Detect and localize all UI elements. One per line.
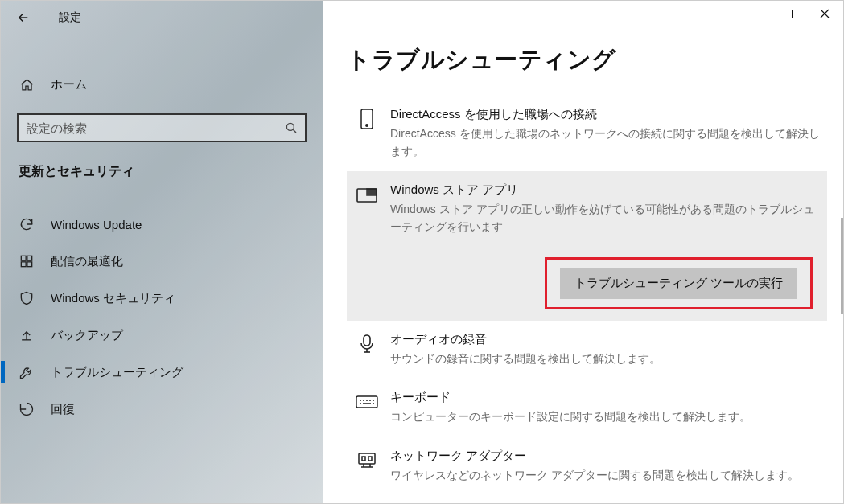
troubleshooter-desc: コンピューターのキーボード設定に関する問題を検出して解決します。 [390, 408, 821, 426]
app-title: 設定 [59, 10, 81, 25]
sidebar-item-label: 配信の最適化 [51, 254, 123, 269]
troubleshooter-title: Windows ストア アプリ [390, 182, 821, 198]
settings-window: 設定 ホーム 更新とセキュリティ [0, 0, 844, 504]
troubleshooter-text: DirectAccess を使用した職場への接続 DirectAccess を使… [390, 107, 821, 160]
sidebar-item-label: トラブルシューティング [51, 365, 183, 380]
run-troubleshooter-button[interactable]: トラブルシューティング ツールの実行 [560, 268, 797, 299]
troubleshooter-desc: ワイヤレスなどのネットワーク アダプターに関する問題を検出して解決します。 [390, 467, 821, 485]
troubleshooter-title: ネットワーク アダプター [390, 449, 821, 464]
troubleshooter-desc: DirectAccess を使用した職場のネットワークへの接続に関する問題を検出… [390, 125, 821, 160]
sidebar-item-windows-update[interactable]: Windows Update [1, 206, 323, 243]
phone-icon [355, 107, 379, 131]
delivery-icon [19, 253, 35, 269]
home-icon [19, 76, 35, 92]
minimize-button[interactable] [732, 1, 769, 27]
svg-point-0 [286, 123, 294, 130]
troubleshooter-desc: Windows ストア アプリの正しい動作を妨げている可能性がある問題のトラブル… [390, 201, 821, 236]
svg-rect-5 [784, 10, 792, 18]
troubleshooter-network-adapter[interactable]: ネットワーク アダプター ワイヤレスなどのネットワーク アダプターに関する問題を… [347, 437, 827, 496]
svg-point-7 [366, 125, 368, 126]
main-content: トラブルシューティング DirectAccess を使用した職場への接続 Dir… [323, 1, 843, 503]
svg-rect-9 [367, 189, 377, 195]
svg-rect-10 [364, 335, 370, 346]
sidebar-item-backup[interactable]: バックアップ [1, 317, 323, 354]
svg-rect-1 [21, 256, 26, 260]
sidebar-item-delivery-optimization[interactable]: 配信の最適化 [1, 243, 323, 280]
sync-icon [19, 216, 35, 232]
network-adapter-icon [355, 449, 379, 473]
arrow-left-icon [16, 10, 31, 25]
content-area: トラブルシューティング DirectAccess を使用した職場への接続 Dir… [323, 1, 843, 496]
close-button[interactable] [806, 1, 843, 27]
troubleshooter-desc: サウンドの録音に関する問題を検出して解決します。 [390, 350, 821, 368]
troubleshooter-text: キーボード コンピューターのキーボード設定に関する問題を検出して解決します。 [390, 390, 821, 426]
search-input[interactable] [27, 121, 284, 135]
troubleshooter-text: Windows ストア アプリ Windows ストア アプリの正しい動作を妨げ… [390, 182, 821, 236]
svg-rect-12 [359, 453, 375, 464]
sidebar-item-windows-security[interactable]: Windows セキュリティ [1, 280, 323, 317]
sidebar-item-label: Windows Update [51, 218, 142, 232]
troubleshooter-title: オーディオの録音 [390, 332, 821, 347]
troubleshooter-directaccess[interactable]: DirectAccess を使用した職場への接続 DirectAccess を使… [347, 96, 827, 171]
run-troubleshooter-highlight: トラブルシューティング ツールの実行 [545, 257, 813, 309]
keyboard-icon [355, 390, 379, 414]
section-header: 更新とセキュリティ [1, 142, 323, 188]
sidebar-nav: Windows Update 配信の最適化 Windows セキュリティ [1, 206, 323, 428]
scrollbar-track[interactable] [840, 33, 843, 498]
svg-rect-2 [27, 256, 32, 260]
sidebar-item-home[interactable]: ホーム [1, 67, 323, 102]
sidebar-item-recovery[interactable]: 回復 [1, 391, 323, 428]
svg-rect-4 [27, 262, 32, 267]
troubleshooter-text: ネットワーク アダプター ワイヤレスなどのネットワーク アダプターに関する問題を… [390, 449, 821, 485]
troubleshooter-title: DirectAccess を使用した職場への接続 [390, 107, 821, 122]
sidebar-item-label: Windows セキュリティ [51, 291, 175, 306]
maximize-icon [784, 10, 793, 18]
troubleshoot-icon [19, 364, 35, 380]
shield-icon [19, 290, 35, 306]
search-container [17, 113, 307, 142]
recovery-icon [19, 401, 35, 417]
troubleshooter-row: Windows ストア アプリ Windows ストア アプリの正しい動作を妨げ… [355, 182, 821, 236]
close-icon [820, 9, 830, 18]
home-label: ホーム [51, 77, 87, 92]
sidebar-item-troubleshoot[interactable]: トラブルシューティング [1, 354, 323, 391]
troubleshooter-title: キーボード [390, 390, 821, 405]
scrollbar-thumb[interactable] [841, 218, 843, 314]
sidebar-item-label: バックアップ [51, 328, 123, 343]
backup-icon [19, 327, 35, 343]
minimize-icon [747, 10, 755, 18]
sidebar: 設定 ホーム 更新とセキュリティ [1, 1, 323, 503]
sidebar-item-label: 回復 [51, 402, 75, 417]
troubleshooter-keyboard[interactable]: キーボード コンピューターのキーボード設定に関する問題を検出して解決します。 [347, 379, 827, 437]
titlebar: 設定 [1, 1, 323, 35]
mic-icon [355, 332, 379, 356]
svg-rect-11 [356, 396, 377, 408]
search-box[interactable] [17, 113, 307, 142]
svg-rect-3 [21, 262, 26, 267]
troubleshooter-store-apps[interactable]: Windows ストア アプリ Windows ストア アプリの正しい動作を妨げ… [347, 171, 827, 320]
window-controls [732, 1, 843, 27]
page-title: トラブルシューティング [347, 44, 827, 76]
store-icon [355, 182, 379, 207]
troubleshooter-audio-recording[interactable]: オーディオの録音 サウンドの録音に関する問題を検出して解決します。 [347, 321, 827, 379]
maximize-button[interactable] [769, 1, 806, 27]
search-icon [284, 121, 298, 135]
back-button[interactable] [7, 2, 39, 34]
troubleshooter-text: オーディオの録音 サウンドの録音に関する問題を検出して解決します。 [390, 332, 821, 368]
